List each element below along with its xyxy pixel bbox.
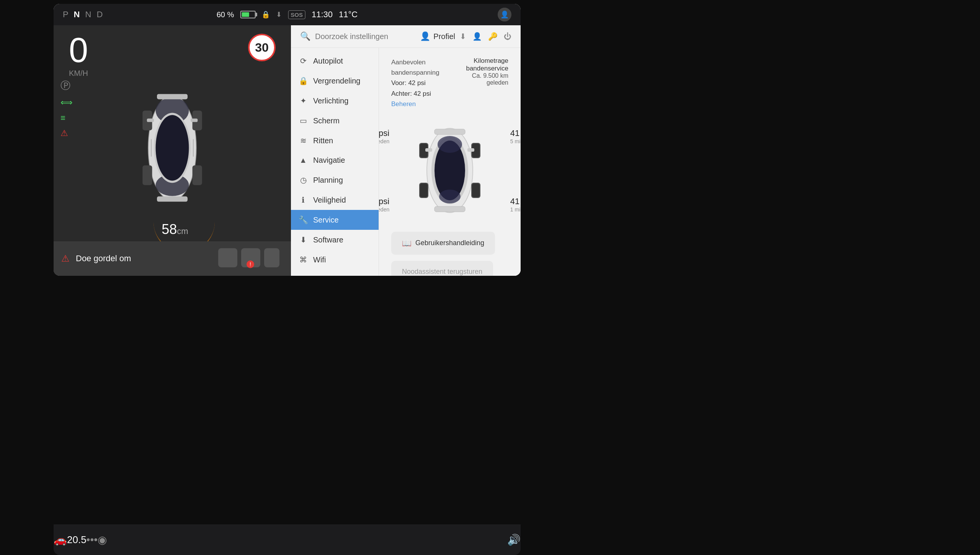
speed-unit: KM/H — [69, 69, 88, 78]
sidebar-item-scherm[interactable]: ▭ Scherm — [291, 111, 379, 131]
tire-pressure-rear-right: 41 psi 1 minuten geleden — [510, 196, 521, 213]
warning-icon[interactable]: ⚠ — [60, 128, 73, 138]
status-right: 👤 — [498, 8, 511, 21]
speed-limit-sign: 30 — [248, 34, 276, 61]
bluetooth-icon: ✶ — [299, 275, 308, 276]
km-service-title: Kilometrage bandenservice — [452, 57, 508, 72]
sidebar-label-navigatie: Navigatie — [313, 156, 345, 165]
service-settings-main: Aanbevolen bandenspanning Voor: 42 psi A… — [379, 48, 521, 276]
sidebar-label-software: Software — [313, 236, 343, 244]
speaker-icon: 🔊 — [507, 534, 521, 546]
sidebar-label-bluetooth: Bluetooth — [313, 275, 346, 276]
sidebar-label-vergrendeling: Vergrendeling — [313, 77, 360, 85]
main-content: 0 KM/H 30 Ⓟ ⟺ ≡ ⚠ — [54, 25, 521, 276]
taskbar-dots[interactable]: ••• — [87, 534, 98, 546]
tesla-panel: P N N D 60 % 🔒 ⬇ SOS 11:30 11°C 👤 0 KM/H — [54, 4, 521, 276]
km-service-value: Ca. 9.500 km geleden — [452, 72, 508, 86]
sidebar-item-wifi[interactable]: ⌘ Wifi — [291, 250, 379, 270]
header-download-icon[interactable]: ⬇ — [460, 32, 466, 41]
svg-point-23 — [438, 136, 462, 153]
service-content: Aanbevolen bandenspanning Voor: 42 psi A… — [391, 57, 508, 276]
car-diagram-svg — [412, 121, 488, 220]
svg-rect-15 — [218, 248, 237, 267]
distance-number: 58 — [162, 221, 177, 237]
rear-right-psi: 41 psi — [510, 196, 521, 206]
sidebar-item-vergrendeling[interactable]: 🔒 Vergrendeling — [291, 71, 379, 91]
seat-icons: ! — [214, 244, 283, 273]
dots-icon: ••• — [87, 534, 98, 546]
profile-label: Profiel — [433, 32, 455, 41]
svg-text:!: ! — [250, 261, 251, 267]
noodassistent-button[interactable]: Noodassistent terugsturen — [391, 261, 493, 276]
distance-unit: cm — [177, 226, 188, 236]
tire-pressure-rear-left: 41 psi 8 minuten geleden — [379, 196, 389, 213]
handleiding-label: Gebruikershandleiding — [415, 239, 484, 247]
svg-rect-10 — [193, 165, 202, 185]
speed-limit-number: 30 — [255, 41, 269, 55]
header-profile-icon[interactable]: 👤 — [472, 32, 482, 41]
ritten-icon: ≋ — [299, 136, 308, 145]
header-key-icon[interactable]: 🔑 — [488, 32, 498, 41]
header-power-icon[interactable]: ⏻ — [504, 32, 511, 41]
search-icon: 🔍 — [300, 31, 310, 41]
battery-fill — [242, 12, 249, 17]
driving-panel: 0 KM/H 30 Ⓟ ⟺ ≡ ⚠ — [54, 25, 291, 276]
handleiding-button[interactable]: 📖 Gebruikershandleiding — [391, 232, 495, 255]
rear-left-psi: 41 psi — [379, 196, 389, 206]
search-input[interactable] — [315, 32, 415, 41]
svg-rect-6 — [157, 196, 188, 202]
veiligheid-icon: ℹ — [299, 195, 308, 205]
status-left: P N N D — [63, 10, 104, 20]
sidebar-item-planning[interactable]: ◷ Planning — [291, 170, 379, 190]
odometer-display: 20.5 — [67, 534, 87, 546]
speed-display: 0 KM/H — [69, 33, 88, 78]
battery-percent: 60 % — [217, 10, 234, 19]
download-status-icon: ⬇ — [276, 10, 282, 19]
svg-rect-25 — [434, 129, 465, 134]
front-right-psi: 41 psi — [510, 128, 521, 138]
rear-left-time: 8 minuten geleden — [379, 206, 389, 213]
taskbar-car[interactable]: 🚗 — [54, 534, 67, 546]
lock-status-icon: 🔒 — [261, 10, 270, 19]
sidebar-item-autopilot[interactable]: ⟳ Autopilot — [291, 51, 379, 71]
svg-rect-13 — [147, 118, 154, 122]
svg-rect-5 — [157, 94, 188, 99]
tire-pressure-title: Aanbevolen bandenspanning — [391, 57, 452, 78]
car-diagram — [412, 121, 488, 220]
sidebar-item-service[interactable]: 🔧 Service — [291, 210, 379, 230]
car-top-view-svg — [115, 71, 230, 224]
sidebar-item-software[interactable]: ⬇ Software — [291, 230, 379, 250]
taskbar-circle[interactable]: ◉ — [98, 534, 107, 546]
sidebar-menu: ⟳ Autopilot 🔒 Vergrendeling ✦ Verlichtin… — [291, 48, 379, 276]
rear-right-time: 1 minuten geleden — [510, 206, 521, 213]
sidebar-item-navigatie[interactable]: ▲ Navigatie — [291, 151, 379, 170]
svg-rect-17 — [264, 248, 279, 267]
wifi-icon: ⌘ — [299, 255, 308, 264]
tire-pressure-front-right: 41 psi 5 minuten geleden — [510, 128, 521, 144]
sidebar-label-verlichting: Verlichting — [313, 97, 348, 105]
header-icons: ⬇ 👤 🔑 ⏻ — [460, 32, 511, 41]
beheren-link[interactable]: Beheren — [391, 99, 452, 109]
vergrendeling-icon: 🔒 — [299, 76, 308, 85]
software-icon: ⬇ — [299, 235, 308, 244]
status-icons: Ⓟ ⟺ ≡ ⚠ — [60, 79, 73, 138]
svg-rect-9 — [142, 165, 152, 185]
temp-display: 11°C — [339, 10, 358, 20]
sidebar-item-verlichting[interactable]: ✦ Verlichting — [291, 91, 379, 111]
svg-rect-14 — [191, 118, 198, 122]
alert-message: Doe gordel om — [76, 254, 131, 264]
sidebar-item-veiligheid[interactable]: ℹ Veiligheid — [291, 190, 379, 210]
navigatie-icon: ▲ — [299, 156, 308, 165]
tire-front-pressure: Voor: 42 psi — [391, 78, 452, 88]
prnd-display: P N N D — [63, 10, 104, 20]
sidebar-item-bluetooth[interactable]: ✶ Bluetooth — [291, 270, 379, 276]
settings-content: ⟳ Autopilot 🔒 Vergrendeling ✦ Verlichtin… — [291, 48, 521, 276]
sidebar-item-ritten[interactable]: ≋ Ritten — [291, 131, 379, 151]
svg-rect-36 — [467, 148, 474, 152]
planning-icon: ◷ — [299, 175, 308, 185]
taskbar-speaker[interactable]: 🔊 — [507, 534, 521, 546]
taskbar-speed: 20.5 — [67, 534, 87, 546]
autopilot-icon: ⟳ — [299, 56, 308, 65]
taskbar: 🚗 20.5 ••• ◉ 🔊 — [54, 524, 521, 555]
sidebar-label-service: Service — [313, 216, 339, 224]
